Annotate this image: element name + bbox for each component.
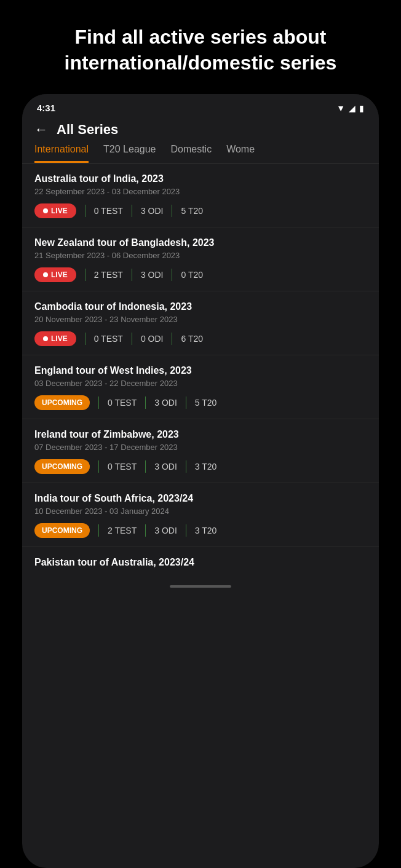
series-item[interactable]: New Zealand tour of Bangladesh, 2023 21 … bbox=[22, 227, 379, 291]
odi-stat: 3 ODI bbox=[154, 462, 177, 471]
header: ← All Series bbox=[22, 117, 379, 138]
divider bbox=[132, 205, 132, 217]
signal-icon: ◢ bbox=[349, 103, 355, 113]
divider bbox=[85, 333, 85, 345]
series-item[interactable]: England tour of West Indies, 2023 03 Dec… bbox=[22, 355, 379, 419]
test-stat: 2 TEST bbox=[94, 270, 123, 280]
series-name: Ireland tour of Zimbabwe, 2023 bbox=[34, 429, 367, 440]
upcoming-badge: UPCOMING bbox=[34, 395, 90, 410]
promo-text: Find all active series about internation… bbox=[0, 25, 401, 94]
divider bbox=[172, 205, 172, 217]
battery-icon: ▮ bbox=[359, 103, 364, 113]
divider bbox=[145, 460, 146, 473]
series-name: Pakistan tour of Australia, 2023/24 bbox=[34, 557, 367, 568]
test-stat: 0 TEST bbox=[94, 206, 123, 216]
t20-stat: 3 T20 bbox=[195, 526, 217, 535]
odi-stat: 3 ODI bbox=[141, 270, 164, 280]
test-stat: 0 TEST bbox=[94, 334, 123, 344]
series-item[interactable]: Cambodia tour of Indonesia, 2023 20 Nove… bbox=[22, 291, 379, 355]
divider bbox=[85, 205, 85, 217]
status-icons: ▼ ◢ ▮ bbox=[336, 103, 364, 113]
live-badge: LIVE bbox=[34, 203, 76, 218]
divider bbox=[132, 269, 132, 281]
t20-stat: 3 T20 bbox=[195, 462, 217, 471]
tab-t20league[interactable]: T20 League bbox=[103, 144, 156, 163]
series-item[interactable]: Pakistan tour of Australia, 2023/24 bbox=[22, 547, 379, 579]
t20-stat: 6 T20 bbox=[181, 334, 203, 344]
divider bbox=[186, 524, 186, 537]
divider bbox=[98, 524, 99, 537]
tab-women[interactable]: Wome bbox=[226, 144, 255, 163]
series-item[interactable]: Ireland tour of Zimbabwe, 2023 07 Decemb… bbox=[22, 419, 379, 483]
tab-domestic[interactable]: Domestic bbox=[170, 144, 212, 163]
wifi-icon: ▼ bbox=[336, 103, 345, 113]
divider bbox=[145, 397, 146, 409]
series-badges: UPCOMING 0 TEST 3 ODI 5 T20 bbox=[34, 395, 367, 410]
series-name: Cambodia tour of Indonesia, 2023 bbox=[34, 301, 367, 312]
series-name: England tour of West Indies, 2023 bbox=[34, 365, 367, 376]
series-item[interactable]: Australia tour of India, 2023 22 Septemb… bbox=[22, 164, 379, 227]
series-date: 22 September 2023 - 03 December 2023 bbox=[34, 187, 367, 196]
divider bbox=[98, 460, 99, 473]
series-name: New Zealand tour of Bangladesh, 2023 bbox=[34, 237, 367, 248]
back-button[interactable]: ← bbox=[34, 122, 48, 138]
divider bbox=[172, 269, 172, 281]
series-date: 21 September 2023 - 06 December 2023 bbox=[34, 251, 367, 260]
t20-stat: 0 T20 bbox=[181, 270, 203, 280]
odi-stat: 3 ODI bbox=[154, 526, 177, 535]
home-indicator bbox=[22, 579, 379, 593]
test-stat: 2 TEST bbox=[108, 526, 137, 535]
series-date: 10 December 2023 - 03 January 2024 bbox=[34, 507, 367, 516]
t20-stat: 5 T20 bbox=[181, 206, 203, 216]
divider bbox=[132, 333, 132, 345]
odi-stat: 3 ODI bbox=[141, 206, 164, 216]
divider bbox=[145, 524, 146, 537]
test-stat: 0 TEST bbox=[108, 398, 137, 408]
series-date: 20 November 2023 - 23 November 2023 bbox=[34, 315, 367, 324]
series-name: Australia tour of India, 2023 bbox=[34, 173, 367, 184]
series-badges: LIVE 0 TEST 0 ODI 6 T20 bbox=[34, 331, 367, 346]
series-badges: LIVE 2 TEST 3 ODI 0 T20 bbox=[34, 267, 367, 282]
live-badge: LIVE bbox=[34, 267, 76, 282]
phone-frame: 4:31 ▼ ◢ ▮ ← All Series International T2… bbox=[22, 94, 379, 868]
status-bar: 4:31 ▼ ◢ ▮ bbox=[22, 94, 379, 117]
series-list: Australia tour of India, 2023 22 Septemb… bbox=[22, 164, 379, 579]
divider bbox=[186, 460, 186, 473]
status-time: 4:31 bbox=[37, 103, 55, 113]
odi-stat: 0 ODI bbox=[141, 334, 164, 344]
tabs-container: International T20 League Domestic Wome bbox=[22, 138, 379, 164]
series-date: 07 December 2023 - 17 December 2023 bbox=[34, 443, 367, 452]
upcoming-badge: UPCOMING bbox=[34, 459, 90, 474]
series-item[interactable]: India tour of South Africa, 2023/24 10 D… bbox=[22, 483, 379, 547]
series-name: India tour of South Africa, 2023/24 bbox=[34, 493, 367, 504]
series-date: 03 December 2023 - 22 December 2023 bbox=[34, 379, 367, 388]
outer-container: Find all active series about internation… bbox=[0, 0, 401, 868]
upcoming-badge: UPCOMING bbox=[34, 523, 90, 538]
series-badges: LIVE 0 TEST 3 ODI 5 T20 bbox=[34, 203, 367, 218]
divider bbox=[186, 397, 186, 409]
odi-stat: 3 ODI bbox=[154, 398, 177, 408]
divider bbox=[98, 397, 99, 409]
tab-international[interactable]: International bbox=[34, 144, 89, 163]
series-badges: UPCOMING 2 TEST 3 ODI 3 T20 bbox=[34, 523, 367, 538]
series-badges: UPCOMING 0 TEST 3 ODI 3 T20 bbox=[34, 459, 367, 474]
home-bar bbox=[170, 585, 231, 588]
live-badge: LIVE bbox=[34, 331, 76, 346]
divider bbox=[85, 269, 85, 281]
test-stat: 0 TEST bbox=[108, 462, 137, 471]
divider bbox=[172, 333, 172, 345]
page-title: All Series bbox=[57, 122, 118, 138]
t20-stat: 5 T20 bbox=[195, 398, 217, 408]
